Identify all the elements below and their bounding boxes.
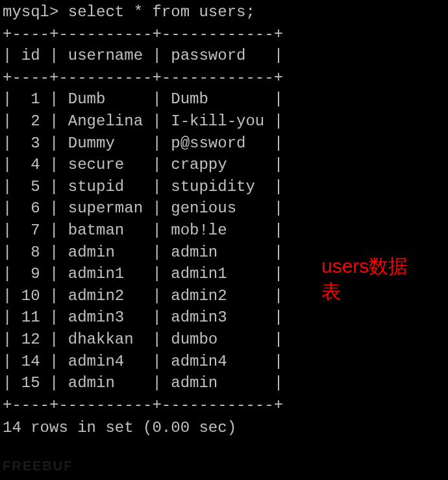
annotation-label: users数据表 [321,253,425,304]
table-row: | 1 | Dumb | Dumb | [3,88,445,110]
table-row: | 15 | admin | admin | [3,372,445,394]
table-border-top: +----+----------+------------+ [3,23,445,45]
table-body: | 1 | Dumb | Dumb || 2 | Angelina | I-ki… [3,88,445,394]
mysql-prompt[interactable]: mysql> select * from users; [3,1,445,23]
table-row: | 11 | admin3 | admin3 | [3,307,445,329]
table-row: | 2 | Angelina | I-kill-you | [3,110,445,133]
table-row: | 5 | stupid | stupidity | [3,176,445,198]
table-header-row: | id | username | password | [3,45,445,67]
table-row: | 6 | superman | genious | [3,197,445,220]
watermark: FREEBUF [3,457,73,475]
table-row: | 14 | admin4 | admin4 | [3,351,445,373]
table-border-mid: +----+----------+------------+ [3,67,445,89]
table-row: | 12 | dhakkan | dumbo | [3,329,445,351]
table-border-bot: +----+----------+------------+ [3,394,445,416]
table-row: | 7 | batman | mob!le | [3,220,445,242]
table-row: | 4 | secure | crappy | [3,154,445,176]
table-row: | 3 | Dummy | p@ssword | [3,133,445,155]
result-summary: 14 rows in set (0.00 sec) [3,417,445,439]
